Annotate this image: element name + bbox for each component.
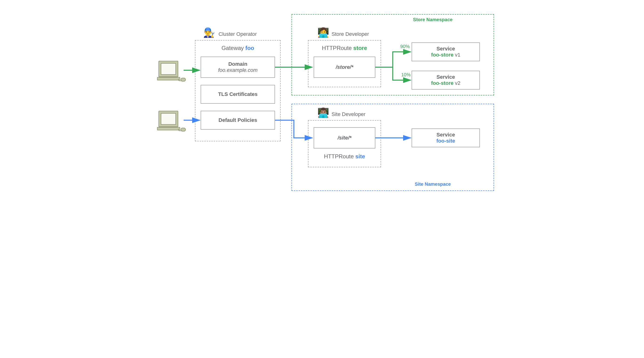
gateway-domain-label: Domain: [228, 61, 248, 67]
service-foo-store-v2: Service foo-store v2: [412, 71, 480, 90]
svc-b-ver: v2: [455, 80, 460, 86]
gateway-title-name: foo: [245, 45, 254, 51]
site-developer-avatar: 👨🏽‍💻: [318, 108, 329, 117]
site-route-name: site: [355, 153, 365, 160]
gateway-domain-box: Domain foo.example.com: [200, 57, 275, 78]
svc-a-name: foo-store: [431, 52, 454, 58]
gateway-policies-box: Default Policies: [200, 111, 275, 130]
site-developer-label: Site Developer: [332, 111, 366, 117]
diagram-canvas: Store Namespace Site Namespace 👨‍🔧 Clust…: [143, 0, 501, 199]
gateway-tls-box: TLS Certificates: [200, 85, 275, 104]
store-route-path: /store/*: [314, 57, 375, 78]
site-namespace-label: Site Namespace: [372, 181, 494, 187]
store-namespace-label: Store Namespace: [372, 17, 494, 22]
svc-a-label: Service: [436, 46, 455, 52]
gateway-title: Gateway foo: [195, 45, 281, 51]
store-developer-label: Store Developer: [332, 31, 369, 37]
service-foo-store-v1: Service foo-store v1: [412, 43, 480, 61]
store-developer-avatar: 👩‍💻: [318, 28, 329, 37]
store-weight-b: 10%: [401, 72, 411, 78]
cluster-operator-avatar: 👨‍🔧: [203, 28, 215, 37]
site-svc-label: Service: [436, 132, 455, 138]
svc-b-name: foo-store: [431, 80, 454, 86]
site-route-prefix: HTTPRoute: [324, 153, 354, 160]
gateway-policies-label: Default Policies: [218, 117, 257, 123]
store-route-name: store: [353, 45, 367, 51]
site-route-title: HTTPRoute site: [308, 153, 381, 160]
store-weight-a: 90%: [400, 44, 410, 49]
site-svc-name: foo-site: [436, 138, 455, 144]
client-computer-2: [156, 111, 184, 134]
cluster-operator-label: Cluster Operator: [218, 31, 257, 37]
site-route-path: /site/*: [314, 127, 375, 149]
gateway-domain-value: foo.example.com: [218, 67, 258, 73]
store-route-title: HTTPRoute store: [308, 45, 381, 51]
svc-a-ver: v1: [455, 52, 460, 58]
svc-b-label: Service: [436, 74, 455, 80]
store-route-prefix: HTTPRoute: [322, 45, 352, 51]
gateway-title-prefix: Gateway: [222, 45, 244, 51]
client-computer-1: [156, 61, 184, 84]
gateway-tls-label: TLS Certificates: [218, 91, 258, 97]
service-foo-site: Service foo-site: [412, 128, 480, 147]
